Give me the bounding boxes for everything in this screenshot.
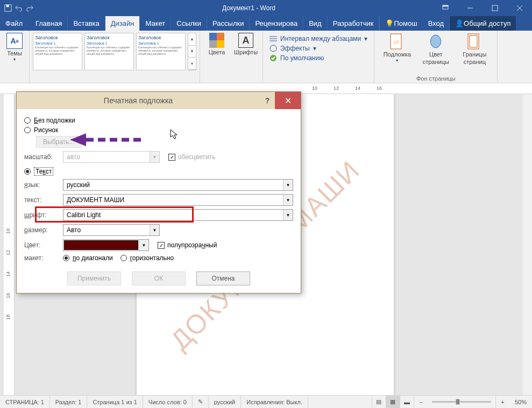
status-language[interactable]: русский [209,396,241,408]
style-thumb[interactable]: ЗаголовокЗаголовок 1Коллекция кол «Интен… [33,33,82,70]
chevron-down-icon: ▼ [283,195,293,205]
chevron-down-icon: ▼ [283,180,293,190]
minimize-button[interactable] [458,0,483,16]
share-button[interactable]: 👤 Общий доступ [449,16,516,31]
size-value: Авто [63,226,150,234]
radio-horizontal[interactable] [120,255,127,261]
status-page-of[interactable]: Страница 1 из 1 [87,396,143,408]
radio-icon [24,127,31,133]
tab-references[interactable]: Ссылки [171,16,207,31]
tab-design[interactable]: Дизайн [105,16,140,31]
effects-button[interactable]: Эффекты ▾ [269,45,367,52]
zoom-out-button[interactable]: − [414,396,428,408]
view-read-mode[interactable]: ▤ [372,396,386,408]
text-combo[interactable]: ДОКУМЕНТ МАШИ▼ [63,194,293,206]
colors-button[interactable]: Цвета [203,33,230,82]
style-thumb[interactable]: ЗаголовокЗаголовок 1Коллекция кол «Интен… [84,33,134,70]
page-color-label2: страницы [423,59,449,65]
radio-picture[interactable]: Рисунок [24,126,293,134]
radio-icon [24,168,31,175]
default-label: По умолчанию [280,54,324,62]
view-print-layout[interactable]: ▦ [386,396,400,408]
color-swatch [64,240,138,250]
status-page[interactable]: СТРАНИЦА: 1 [0,396,50,408]
tab-view[interactable]: Вид [303,16,328,31]
status-proofing-icon[interactable]: ✎ [193,396,209,408]
themes-button[interactable]: Aa Темы ▼ [3,33,26,61]
radio-diagonal[interactable] [63,255,69,261]
ok-button: ОК [132,271,186,285]
svg-rect-5 [492,5,498,11]
tell-me[interactable]: 💡 Помош [379,16,422,31]
scale-label: масштаб: [24,153,63,161]
vertical-scrollbar[interactable] [523,94,532,395]
watermark-dialog: Печатная подложка ? ✕ Без подложки Рисун… [16,91,301,294]
ruler-vertical[interactable]: 10 12 14 16 18 [4,94,15,395]
view-web-layout[interactable]: ▬ [400,396,414,408]
page-color-button[interactable]: Цвет страницы [416,33,455,65]
spacing-label: Интервал между абзацами [280,35,361,42]
language-value: русский [63,181,283,189]
borders-label: Границы [463,51,486,58]
text-value: ДОКУМЕНТ МАШИ [63,196,283,204]
maximize-button[interactable] [483,0,507,16]
tab-mailings[interactable]: Рассылки [207,16,250,31]
save-icon[interactable] [4,4,12,12]
watermark-label: Подложка [384,51,411,58]
style-gallery[interactable]: ЗаголовокЗаголовок 1Коллекция кол «Интен… [33,33,196,70]
sign-in[interactable]: Вход [423,16,449,31]
color-picker[interactable]: ▼ [63,239,149,251]
radio-picture-label: Рисунок [34,126,58,134]
chevron-down-icon: ▼ [283,210,293,220]
select-picture-button: Выбрать... [36,136,81,148]
cancel-button[interactable]: Отмена [196,271,250,285]
ribbon-tabs: Файл Главная Вставка Дизайн Макет Ссылки… [0,16,532,31]
undo-icon[interactable] [15,4,23,12]
slider-thumb[interactable] [456,399,460,405]
dialog-help-button[interactable]: ? [260,96,275,105]
zoom-level[interactable]: 50% [509,396,532,408]
scale-combo: авто▼ [63,151,160,163]
watermark-button[interactable]: Aa Подложка▼ [378,33,416,65]
tab-file[interactable]: Файл [0,16,30,31]
tab-home[interactable]: Главная [30,16,68,31]
dialog-close-button[interactable]: ✕ [275,92,301,109]
tab-developer[interactable]: Разработчик [328,16,380,31]
radio-text-label: Текст [34,167,53,176]
page-borders-button[interactable]: Границы страниц [455,33,494,65]
fonts-icon: А [238,33,253,48]
page-color-label: Цвет [429,51,443,58]
semitransparent-checkbox[interactable] [158,242,165,249]
status-words[interactable]: Число слов: 0 [143,396,193,408]
tell-me-label: Помош [394,19,417,27]
layout-label: макет: [24,254,63,262]
style-thumb[interactable]: ЗаголовокЗаголовок 1Коллекция кол «Интен… [136,33,186,70]
status-track-changes[interactable]: Исправления: Выкл. [241,396,308,408]
radio-no-watermark[interactable]: Без подложки [24,117,293,124]
status-section[interactable]: Раздел: 1 [50,396,88,408]
font-combo[interactable]: Calibri Light▼ [63,209,293,221]
radio-text[interactable]: Текст [24,167,293,176]
tab-insert[interactable]: Вставка [68,16,105,31]
ruler-v-tick: 12 [5,250,11,255]
zoom-slider[interactable] [432,401,491,403]
zoom-in-button[interactable]: + [495,396,509,408]
redo-icon[interactable] [26,4,33,12]
tab-review[interactable]: Рецензирова [250,16,303,31]
window-title: Документ1 - Word [65,4,433,12]
ribbon-options-button[interactable] [433,0,458,16]
ruler-tick: 16 [377,85,382,91]
set-default-button[interactable]: По умолчанию [269,54,367,62]
close-button[interactable] [507,0,532,16]
size-combo[interactable]: Авто▼ [63,224,160,236]
page-color-icon [427,33,444,50]
paragraph-spacing-button[interactable]: Интервал между абзацами ▾ [269,35,367,42]
svg-rect-3 [443,5,448,6]
tab-layout[interactable]: Макет [140,16,171,31]
gallery-expand[interactable]: ▲▼▾ [188,33,196,70]
fonts-button[interactable]: А Шрифты [232,33,259,82]
apply-button: Применить [67,271,121,285]
language-combo[interactable]: русский▼ [63,179,293,191]
themes-label: Темы [7,50,22,56]
dialog-title-bar[interactable]: Печатная подложка ? ✕ [17,92,301,109]
